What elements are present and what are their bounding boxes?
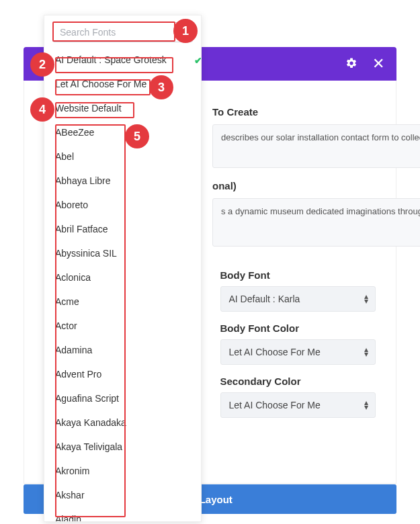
font-option[interactable]: Akaya Kanadaka	[44, 410, 201, 435]
secondary-color-label: Secondary Color	[220, 376, 376, 387]
font-option[interactable]: Abel	[44, 144, 201, 169]
describe-textarea[interactable]: describes our solar installation contact…	[212, 124, 420, 168]
font-option[interactable]: Actor	[44, 314, 201, 338]
search-fonts-input[interactable]: Search Fonts	[52, 22, 193, 42]
body-font-value: AI Default : Karla	[229, 294, 300, 304]
caret-icon: ▴▾	[364, 294, 368, 304]
additional-textarea-text: s a dynamic museum dedicated imagination…	[221, 206, 420, 216]
font-option[interactable]: Abyssinica SIL	[44, 241, 201, 265]
font-option-website-default[interactable]: Website Default	[44, 96, 201, 120]
describe-textarea-text: describes our solar installation contact…	[221, 132, 420, 142]
font-option-label: AI Default : Space Grotesk	[55, 54, 167, 65]
caret-icon: ▴▾	[364, 347, 368, 357]
caret-icon: ▴▾	[364, 400, 368, 410]
font-option[interactable]: Advent Pro	[44, 362, 201, 386]
body-font-label: Body Font	[220, 269, 376, 281]
close-icon[interactable]: ✕	[372, 56, 384, 71]
gear-icon[interactable]	[345, 57, 358, 71]
font-option-ai-choose[interactable]: Let AI Choose For Me	[44, 72, 201, 96]
font-list: AI Default : Space Grotesk ✔ Let AI Choo…	[44, 46, 201, 521]
font-option[interactable]: Abhaya Libre	[44, 169, 201, 193]
body-font-select[interactable]: AI Default : Karla ▴▾	[220, 286, 376, 312]
font-option[interactable]: Akaya Telivigala	[44, 435, 201, 459]
right-column: Body Font AI Default : Karla ▴▾ Body Fon…	[220, 259, 376, 418]
font-option[interactable]: ABeeZee	[44, 120, 201, 144]
font-option[interactable]: Adamina	[44, 338, 201, 362]
font-option[interactable]: Aclonica	[44, 265, 201, 290]
font-option[interactable]: Aladin	[44, 507, 201, 521]
secondary-color-value: Let AI Choose For Me	[229, 400, 321, 410]
font-option-ai-default[interactable]: AI Default : Space Grotesk ✔	[44, 48, 201, 72]
additional-textarea[interactable]: s a dynamic museum dedicated imagination…	[212, 198, 420, 247]
additional-label: onal)	[212, 180, 376, 191]
font-option[interactable]: Aboreto	[44, 193, 201, 217]
body-font-color-value: Let AI Choose For Me	[229, 347, 321, 357]
secondary-color-select[interactable]: Let AI Choose For Me ▴▾	[220, 392, 376, 418]
body-font-color-label: Body Font Color	[220, 322, 376, 334]
describe-label: To Create	[212, 106, 376, 118]
body-font-color-select[interactable]: Let AI Choose For Me ▴▾	[220, 339, 376, 365]
font-option[interactable]: Akronim	[44, 459, 201, 483]
font-option[interactable]: Aguafina Script	[44, 386, 201, 410]
font-option[interactable]: Akshar	[44, 483, 201, 507]
check-icon: ✔	[194, 55, 201, 66]
font-option[interactable]: Abril Fatface	[44, 217, 201, 241]
font-dropdown: Search Fonts AI Default : Space Grotesk …	[44, 15, 202, 522]
font-option[interactable]: Acme	[44, 290, 201, 314]
